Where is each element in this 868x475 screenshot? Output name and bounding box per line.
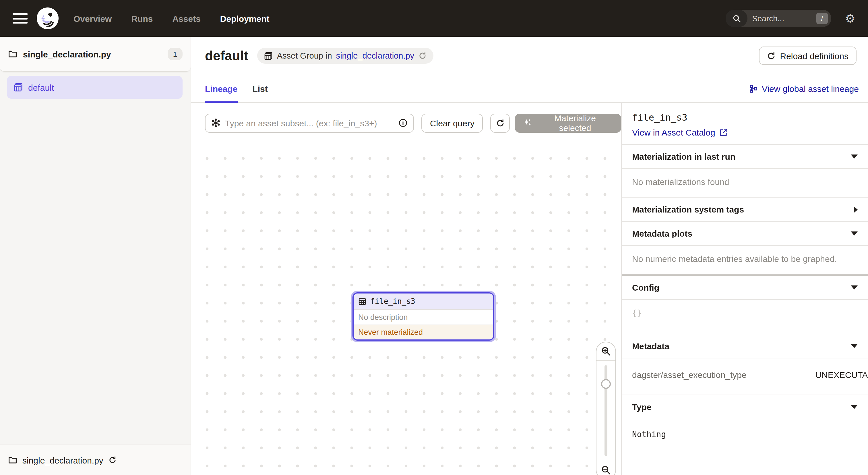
- nav-right-group: Search... / ⚙: [725, 10, 856, 27]
- tab-list[interactable]: List: [252, 75, 268, 102]
- external-link-icon: [719, 128, 728, 137]
- section-header-system-tags[interactable]: Materialization system tags: [622, 198, 868, 221]
- metadata-plots-empty-message: No numeric metadata entries available to…: [622, 245, 868, 274]
- asset-group-count-badge: 1: [167, 48, 183, 60]
- last-run-empty-message: No materializations found: [622, 168, 868, 197]
- metadata-value: UNEXECUTABLE: [815, 370, 868, 380]
- table-icon: [358, 297, 366, 305]
- section-header-metadata-plots[interactable]: Metadata plots: [622, 222, 868, 245]
- config-body: {}: [622, 299, 868, 334]
- section-title: Config: [632, 283, 659, 292]
- zoom-controls: [596, 342, 616, 475]
- asset-group-icon: [265, 51, 273, 60]
- zoom-out-button[interactable]: [596, 461, 615, 475]
- materialize-selected-label: Materialize selected: [537, 113, 613, 133]
- view-global-asset-lineage-link[interactable]: View global asset lineage: [749, 84, 859, 93]
- zoom-out-icon: [601, 465, 611, 475]
- asset-node-file-in-s3[interactable]: file_in_s3 No description Never material…: [352, 292, 494, 340]
- asset-group-icon: [14, 83, 23, 92]
- refresh-query-button[interactable]: [491, 113, 510, 132]
- asset-group-tag: Asset Group in single_declaration.py: [257, 48, 433, 64]
- tag-prefix: Asset Group in: [277, 51, 332, 60]
- config-empty-value: {}: [632, 308, 642, 318]
- chevron-down-icon: [851, 154, 858, 158]
- lineage-canvas[interactable]: file_in_s3 No description Never material…: [191, 103, 621, 475]
- asset-graph-query-icon: [211, 118, 220, 127]
- search-icon: [725, 10, 747, 27]
- asset-details-header: file_in_s3 View in Asset Catalog: [622, 103, 868, 144]
- footer-repo-name: single_declaration.py: [22, 455, 103, 465]
- view-in-asset-catalog-link[interactable]: View in Asset Catalog: [632, 127, 859, 137]
- section-title: Materialization system tags: [632, 205, 744, 214]
- settings-gear-icon[interactable]: ⚙: [845, 12, 856, 24]
- zoom-in-button[interactable]: [596, 342, 615, 361]
- section-metadata-plots: Metadata plots No numeric metadata entri…: [622, 221, 868, 274]
- section-title: Metadata plots: [632, 229, 692, 238]
- asset-node-description: No description: [353, 309, 493, 325]
- query-placeholder: Type an asset subset... (ex: file_in_s3+…: [225, 118, 394, 128]
- zoom-slider[interactable]: [596, 361, 615, 461]
- asset-node-title: file_in_s3: [370, 297, 415, 305]
- type-value: Nothing: [622, 419, 868, 449]
- main-content: default Asset Group in single_declaratio…: [191, 37, 868, 475]
- nav-item-runs[interactable]: Runs: [131, 13, 153, 23]
- asset-subset-query-input[interactable]: Type an asset subset... (ex: file_in_s3+…: [205, 113, 414, 132]
- section-type: Type Nothing: [622, 394, 868, 449]
- top-navigation-bar: Overview Runs Assets Deployment Search..…: [0, 0, 868, 37]
- reload-location-icon[interactable]: [108, 456, 117, 464]
- info-icon[interactable]: [398, 118, 408, 127]
- section-materialization-system-tags: Materialization system tags: [622, 197, 868, 221]
- metadata-row: dagster/asset_execution_type UNEXECUTABL…: [622, 358, 868, 394]
- repo-location-header[interactable]: single_declaration.py 1: [0, 37, 191, 72]
- tag-repo-link[interactable]: single_declaration.py: [336, 51, 414, 60]
- search-shortcut-key: /: [816, 12, 828, 24]
- reload-definitions-button[interactable]: Reload definitions: [759, 47, 857, 65]
- catalog-link-label: View in Asset Catalog: [632, 127, 715, 137]
- nav-item-deployment[interactable]: Deployment: [220, 13, 270, 23]
- refresh-icon[interactable]: [418, 52, 426, 60]
- zoom-in-icon: [601, 346, 611, 356]
- refresh-icon: [496, 119, 505, 127]
- dagster-logo-icon: [37, 7, 59, 29]
- asset-node-header: file_in_s3: [353, 294, 493, 309]
- zoom-slider-thumb[interactable]: [601, 379, 611, 389]
- left-sidebar: single_declaration.py 1 default single_d…: [0, 37, 191, 475]
- chevron-right-icon: [854, 206, 858, 213]
- section-header-type[interactable]: Type: [622, 395, 868, 419]
- clear-query-button[interactable]: Clear query: [422, 113, 483, 132]
- global-link-label: View global asset lineage: [762, 84, 859, 93]
- chevron-down-icon: [851, 232, 858, 236]
- lineage-graph-icon: [749, 84, 758, 93]
- page-header: default Asset Group in single_declaratio…: [191, 37, 868, 75]
- search-input[interactable]: Search... /: [725, 10, 831, 27]
- section-config: Config {}: [622, 276, 868, 334]
- folder-icon: [8, 455, 17, 465]
- sidebar-item-label: default: [28, 82, 54, 92]
- section-title: Type: [632, 402, 652, 412]
- page-title: default: [205, 48, 248, 63]
- asset-details-panel: file_in_s3 View in Asset Catalog Materia…: [621, 103, 868, 475]
- section-title: Materialization in last run: [632, 152, 735, 161]
- section-header-metadata[interactable]: Metadata: [622, 334, 868, 358]
- repo-file-name: single_declaration.py: [23, 49, 111, 59]
- sidebar-item-default-group[interactable]: default: [7, 76, 183, 99]
- nav-item-overview[interactable]: Overview: [73, 13, 112, 23]
- dagster-logo[interactable]: [37, 7, 59, 29]
- section-metadata: Metadata dagster/asset_execution_type UN…: [622, 334, 868, 394]
- asset-name: file_in_s3: [632, 112, 859, 123]
- lineage-toolbar: Type an asset subset... (ex: file_in_s3+…: [191, 103, 621, 143]
- nav-item-assets[interactable]: Assets: [172, 13, 200, 23]
- sidebar-footer-repo[interactable]: single_declaration.py: [0, 445, 191, 475]
- chevron-down-icon: [851, 344, 858, 348]
- section-materialization-last-run: Materialization in last run No materiali…: [622, 144, 868, 197]
- dagster-app: Overview Runs Assets Deployment Search..…: [0, 0, 868, 475]
- metadata-key: dagster/asset_execution_type: [632, 370, 747, 380]
- folder-icon: [8, 50, 17, 59]
- section-header-last-run[interactable]: Materialization in last run: [622, 145, 868, 168]
- sparkle-icon: [523, 118, 532, 127]
- tab-lineage[interactable]: Lineage: [205, 75, 237, 102]
- reload-definitions-label: Reload definitions: [780, 51, 849, 61]
- section-header-config[interactable]: Config: [622, 276, 868, 299]
- hamburger-menu-icon[interactable]: [12, 13, 28, 24]
- materialize-selected-button[interactable]: Materialize selected: [515, 113, 621, 132]
